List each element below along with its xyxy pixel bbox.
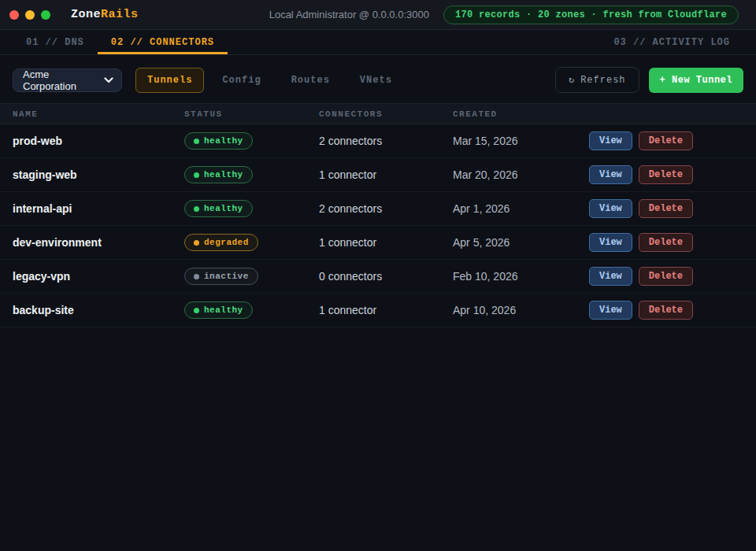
- window-controls: [9, 10, 50, 20]
- toolbar-right: ↻Refresh + New Tunnel: [555, 67, 743, 93]
- refresh-icon: ↻: [569, 74, 575, 86]
- table-row: staging-web healthy 1 connector Mar 20, …: [0, 158, 756, 192]
- connector-count: 2 connectors: [319, 135, 453, 147]
- tab-connectors[interactable]: 02 // CONNECTORS: [98, 30, 228, 54]
- created-date: Apr 10, 2026: [453, 304, 589, 316]
- top-bar: ZoneRails Local Administrator @ 0.0.0.0:…: [0, 0, 756, 30]
- created-date: Mar 15, 2026: [453, 135, 589, 147]
- connector-count: 0 connectors: [319, 270, 453, 283]
- created-date: Apr 1, 2026: [453, 202, 589, 215]
- column-header-status: STATUS: [184, 109, 319, 119]
- connector-count: 2 connectors: [319, 202, 453, 215]
- tunnel-nav-group: Tunnels Config Routes VNets: [135, 68, 404, 93]
- status-label: healthy: [204, 305, 243, 315]
- view-button[interactable]: View: [589, 165, 632, 184]
- status-label: healthy: [204, 170, 243, 179]
- status-label: degraded: [204, 238, 249, 247]
- table-row: dev-environment degraded 1 connector Apr…: [0, 226, 756, 260]
- column-header-created: CREATED: [453, 109, 589, 119]
- close-window-icon[interactable]: [9, 10, 19, 20]
- status-dot-icon: [194, 206, 199, 212]
- delete-button[interactable]: Delete: [639, 301, 693, 320]
- table-header: NAME STATUS CONNECTORS CREATED: [0, 103, 756, 124]
- tunnel-name: legacy-vpn: [13, 270, 184, 283]
- status-dot-icon: [194, 172, 199, 178]
- connector-count: 1 connector: [319, 168, 453, 181]
- column-header-name: NAME: [13, 109, 184, 119]
- tab-dns[interactable]: 01 // DNS: [13, 30, 98, 54]
- tunnel-name: backup-site: [13, 304, 184, 316]
- sync-status-badge: 170 records · 20 zones · fresh from Clou…: [443, 6, 739, 24]
- status-badge: healthy: [184, 132, 253, 150]
- connector-count: 1 connector: [319, 304, 453, 316]
- view-button[interactable]: View: [589, 233, 632, 252]
- organization-select-value: Acme Corporation: [23, 68, 104, 92]
- view-button[interactable]: View: [589, 301, 632, 320]
- logo-zone: Zone: [71, 8, 101, 21]
- tunnel-name: dev-environment: [13, 236, 184, 249]
- minimize-window-icon[interactable]: [25, 10, 35, 20]
- refresh-button[interactable]: ↻Refresh: [555, 67, 639, 93]
- table-row: internal-api healthy 2 connectors Apr 1,…: [0, 192, 756, 226]
- admin-address-text: Local Administrator @ 0.0.0.0:3000: [269, 9, 429, 20]
- status-badge: degraded: [184, 234, 258, 251]
- status-dot-icon: [194, 240, 199, 246]
- status-label: healthy: [204, 136, 243, 146]
- tunnel-name: internal-api: [13, 202, 184, 215]
- status-badge: inactive: [184, 268, 258, 285]
- view-button[interactable]: View: [589, 267, 632, 286]
- status-dot-icon: [194, 139, 199, 144]
- delete-button[interactable]: Delete: [639, 199, 693, 218]
- new-tunnel-button[interactable]: + New Tunnel: [649, 68, 743, 93]
- delete-button[interactable]: Delete: [639, 233, 693, 252]
- tunnel-name: staging-web: [13, 168, 184, 181]
- table-row: prod-web healthy 2 connectors Mar 15, 20…: [0, 124, 756, 158]
- status-badge: healthy: [184, 301, 253, 319]
- delete-button[interactable]: Delete: [639, 131, 693, 150]
- status-label: inactive: [204, 272, 249, 281]
- status-dot-icon: [194, 308, 199, 313]
- nav-item-routes[interactable]: Routes: [280, 68, 342, 93]
- nav-item-tunnels[interactable]: Tunnels: [135, 68, 204, 93]
- tunnel-name: prod-web: [13, 135, 184, 147]
- status-badge: healthy: [184, 166, 253, 183]
- table-row: backup-site healthy 1 connector Apr 10, …: [0, 294, 756, 327]
- maximize-window-icon[interactable]: [41, 10, 50, 20]
- toolbar: Acme Corporation Tunnels Config Routes V…: [0, 55, 756, 103]
- top-bar-right: Local Administrator @ 0.0.0.0:3000 170 r…: [269, 6, 739, 24]
- status-label: healthy: [204, 204, 243, 213]
- table-row: legacy-vpn inactive 0 connectors Feb 10,…: [0, 260, 756, 294]
- delete-button[interactable]: Delete: [639, 267, 693, 286]
- delete-button[interactable]: Delete: [639, 165, 693, 184]
- app-logo: ZoneRails: [71, 8, 139, 21]
- organization-select[interactable]: Acme Corporation: [13, 68, 122, 92]
- nav-item-vnets[interactable]: VNets: [348, 68, 404, 93]
- view-button[interactable]: View: [589, 131, 632, 150]
- status-dot-icon: [194, 274, 199, 279]
- logo-rails: Rails: [101, 8, 139, 21]
- chevron-down-icon: [104, 77, 113, 83]
- connector-count: 1 connector: [319, 236, 453, 249]
- refresh-label: Refresh: [580, 75, 625, 86]
- column-header-connectors: CONNECTORS: [319, 109, 453, 119]
- section-tab-bar: 01 // DNS 02 // CONNECTORS 03 // ACTIVIT…: [0, 30, 756, 55]
- status-badge: healthy: [184, 200, 253, 217]
- nav-item-config[interactable]: Config: [210, 68, 272, 93]
- created-date: Mar 20, 2026: [453, 168, 589, 181]
- view-button[interactable]: View: [589, 199, 632, 218]
- created-date: Feb 10, 2026: [453, 270, 589, 283]
- tab-activity-log[interactable]: 03 // ACTIVITY LOG: [600, 30, 743, 54]
- created-date: Apr 5, 2026: [453, 236, 589, 249]
